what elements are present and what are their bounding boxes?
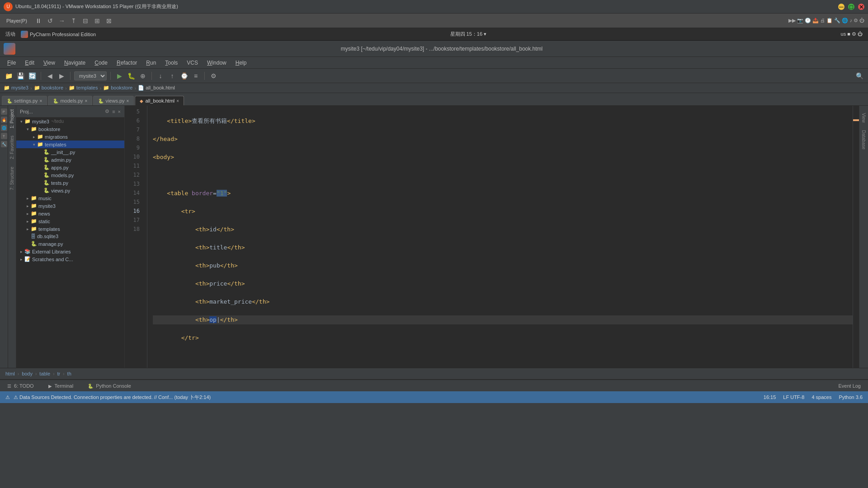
tree-tests[interactable]: 🐍 tests.py: [16, 179, 124, 187]
tree-apps[interactable]: 🐍 apps.py: [16, 164, 124, 171]
vm-btn3[interactable]: ⤒: [69, 16, 79, 26]
path-tr[interactable]: tr: [57, 371, 61, 376]
tree-label-migrations: migrations: [45, 134, 68, 140]
maximize-button[interactable]: □: [848, 4, 854, 10]
panel-icon-1[interactable]: P: [1, 108, 7, 115]
minimize-button[interactable]: ─: [838, 4, 844, 10]
tab-event-log[interactable]: Event Log: [835, 382, 864, 389]
tab-models[interactable]: 🐍 models.py ×: [48, 96, 92, 105]
menu-tools[interactable]: Tools: [161, 59, 181, 67]
menu-code[interactable]: Code: [91, 59, 111, 67]
tab-all-book[interactable]: ◆ all_book.html ×: [135, 96, 184, 105]
tree-views[interactable]: 🐍 views.py: [16, 187, 124, 194]
tab-views[interactable]: 🐍 views.py ×: [93, 96, 134, 105]
breadcrumb-mysite3[interactable]: 📁 mysite3: [4, 85, 28, 91]
player-menu-button[interactable]: Player(P): [4, 17, 30, 24]
git-update-button[interactable]: ↓: [156, 71, 165, 81]
path-th[interactable]: th: [67, 371, 71, 376]
reset-button[interactable]: ↺: [45, 16, 55, 26]
separator2: [70, 72, 71, 80]
breadcrumb-bookstore[interactable]: 📁 bookstore: [34, 85, 63, 91]
sidebar-filter-button[interactable]: ≡: [112, 108, 115, 114]
path-body[interactable]: body: [22, 371, 33, 376]
tree-bookstore[interactable]: 📁 bookstore: [16, 125, 124, 133]
tab-python-console[interactable]: 🐍 Python Console: [84, 382, 135, 389]
tree-news[interactable]: 📁 news: [16, 210, 124, 217]
tree-music[interactable]: 📁 music: [16, 194, 124, 202]
menu-help[interactable]: Help: [232, 59, 250, 67]
project-selector[interactable]: mysite3: [74, 71, 107, 80]
tree-init[interactable]: 🐍 __init__.py: [16, 148, 124, 156]
titlebar-controls[interactable]: ─ □ ✕: [838, 4, 864, 10]
right-label-view[interactable]: View: [860, 109, 867, 127]
menu-run[interactable]: Run: [142, 59, 160, 67]
tree-admin[interactable]: 🐍 admin.py: [16, 156, 124, 164]
panel-label-structure[interactable]: 7: Structure: [9, 163, 15, 194]
breadcrumb-templates[interactable]: 📁 templates: [69, 85, 98, 91]
back-button[interactable]: ◀: [45, 71, 55, 81]
vm-btn5[interactable]: ⊞: [92, 16, 102, 26]
tree-db-sqlite[interactable]: 🗄 db.sqlite3: [16, 233, 124, 240]
git-history-button[interactable]: ⌚: [179, 71, 189, 81]
search-button[interactable]: 🔍: [854, 71, 864, 81]
panel-label-project[interactable]: 1: Project: [9, 106, 15, 132]
tree-scratches[interactable]: 📝 Scratches and C...: [16, 255, 124, 263]
right-label-database[interactable]: Database: [860, 127, 867, 153]
path-html[interactable]: html: [5, 371, 15, 376]
close-button[interactable]: ✕: [858, 4, 864, 10]
pause-button[interactable]: ⏸: [33, 16, 43, 26]
status-indent[interactable]: 4 spaces: [811, 394, 831, 400]
tab-all-book-icon: ◆: [140, 99, 143, 103]
tab-settings[interactable]: 🐍 settings.py ×: [2, 96, 47, 105]
menu-vcs[interactable]: VCS: [183, 59, 202, 67]
menu-edit[interactable]: Edit: [21, 59, 38, 67]
right-scrollbar[interactable]: [853, 106, 859, 368]
panel-icon-2[interactable]: 🔥: [1, 117, 7, 123]
sidebar-close-button[interactable]: ×: [118, 108, 121, 114]
datetime-label[interactable]: 星期四 15：16 ▾: [450, 31, 487, 37]
tree-migrations[interactable]: 📁 migrations: [16, 133, 124, 141]
vm-btn2[interactable]: →: [57, 16, 67, 26]
tab-terminal[interactable]: ▶ Terminal: [45, 382, 77, 389]
refresh-button[interactable]: 🔄: [27, 71, 37, 81]
panel-icon-3[interactable]: 🌐: [1, 125, 7, 131]
code-line-12: <th>title</th>: [153, 243, 853, 252]
debug-button[interactable]: 🐛: [126, 71, 136, 81]
panel-label-favorites[interactable]: 2: Favorites: [9, 132, 15, 163]
status-encoding[interactable]: LF UTF-8: [783, 394, 804, 400]
status-position[interactable]: 16:15: [764, 394, 776, 400]
tree-templates-bookstore[interactable]: 📁 templates: [16, 141, 124, 148]
forward-button[interactable]: ▶: [57, 71, 66, 81]
tree-manage[interactable]: 🐍 manage.py: [16, 240, 124, 248]
menu-navigate[interactable]: Navigate: [61, 59, 89, 67]
breadcrumb-bookstore2[interactable]: 📁 bookstore: [103, 85, 132, 91]
tree-mysite3-sub[interactable]: 📁 mysite3: [16, 202, 124, 210]
run-button[interactable]: ▶: [114, 71, 124, 81]
git-push-button[interactable]: ↑: [167, 71, 177, 81]
menu-file[interactable]: File: [4, 59, 19, 67]
vm-btn4[interactable]: ⊟: [80, 16, 90, 26]
vm-btn6[interactable]: ⊠: [104, 16, 114, 26]
tree-templates-root[interactable]: 📁 templates: [16, 225, 124, 233]
panel-icon-4[interactable]: T: [1, 133, 7, 139]
activities-label[interactable]: 活动: [5, 31, 15, 38]
menu-window[interactable]: Window: [203, 59, 230, 67]
tab-todo[interactable]: ☰ 6: TODO: [4, 382, 38, 389]
tree-mysite3[interactable]: 📁 mysite3 ~/tedu: [16, 117, 124, 125]
profile-button[interactable]: ⊕: [138, 71, 148, 81]
panel-icon-5[interactable]: 🔧: [1, 141, 7, 147]
tree-static[interactable]: 📁 static: [16, 217, 124, 225]
sidebar-settings-button[interactable]: ⚙: [105, 108, 109, 114]
status-language[interactable]: Python 3.6: [839, 394, 863, 400]
open-file-button[interactable]: 📁: [4, 71, 14, 81]
tree-ext-libs[interactable]: 📚 External Libraries: [16, 248, 124, 255]
code-editor[interactable]: <title>查看所有书籍</title> </head> <body> <ta…: [147, 106, 853, 368]
vcs-button[interactable]: ≡: [191, 71, 201, 81]
tree-models[interactable]: 🐍 models.py: [16, 171, 124, 179]
menu-view[interactable]: View: [40, 59, 59, 67]
path-table[interactable]: table: [39, 371, 50, 376]
save-button[interactable]: 💾: [15, 71, 25, 81]
settings-button[interactable]: ⚙: [208, 71, 218, 81]
menu-refactor[interactable]: Refactor: [113, 59, 141, 67]
editor-area[interactable]: 5 6 7 8 9 10 11 12 13 14 15 16 17 18 <ti…: [125, 106, 859, 368]
